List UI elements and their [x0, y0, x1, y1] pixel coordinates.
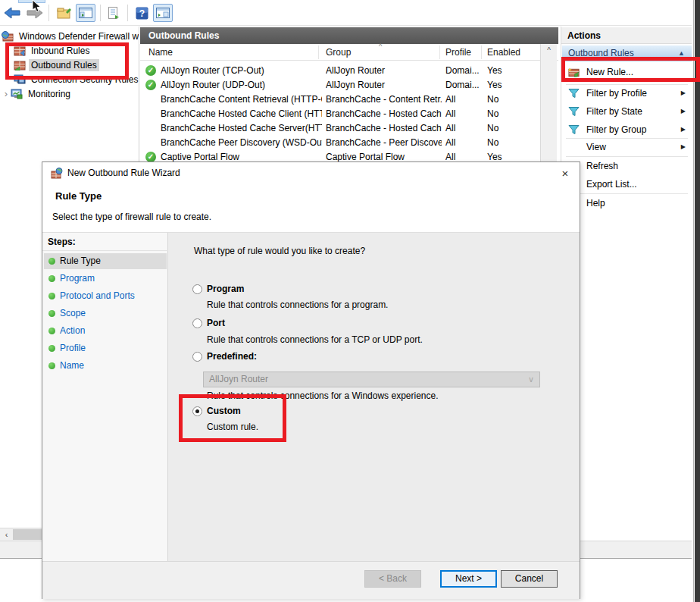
rule-name: AllJoyn Router (TCP-Out)	[161, 65, 322, 76]
action-label: Help	[586, 195, 605, 212]
step-protocol-and-ports[interactable]: Protocol and Ports	[44, 288, 167, 304]
submenu-arrow-icon: ▶	[681, 121, 686, 138]
rule-enabled: No	[487, 94, 533, 105]
radio-port[interactable]	[192, 318, 202, 328]
cancel-button[interactable]: Cancel	[501, 570, 558, 588]
option-custom-label: Custom	[207, 406, 241, 416]
action-filter-by-profile[interactable]: Filter by Profile ▶	[562, 85, 692, 102]
step-label: Action	[60, 323, 85, 339]
column-header-name[interactable]: Name	[148, 47, 173, 58]
step-rule-type[interactable]: Rule Type	[44, 253, 167, 269]
rule-enabled: Yes	[487, 152, 533, 162]
mouse-cursor	[30, 0, 42, 14]
rule-row[interactable]: ✓ AllJoyn Router (TCP-Out) AllJoyn Route…	[140, 63, 540, 77]
show-action-pane-button[interactable]	[153, 4, 173, 22]
action-label: Filter by Group	[586, 121, 646, 138]
step-bullet-icon	[48, 328, 55, 334]
step-program[interactable]: Program	[44, 271, 167, 287]
dialog-header: Rule Type Select the type of firewall ru…	[42, 184, 580, 233]
option-custom-desc: Custom rule.	[207, 422, 258, 432]
tree-item-label: Windows Defender Firewall witl	[17, 30, 139, 42]
next-button[interactable]: Next >	[440, 570, 497, 588]
radio-predefined[interactable]	[192, 352, 202, 362]
step-label: Profile	[60, 340, 86, 356]
column-separator[interactable]	[481, 45, 482, 59]
action-label: New Rule...	[586, 64, 633, 80]
rule-row[interactable]: ✓ AllJoyn Router (UDP-Out) AllJoyn Route…	[140, 77, 540, 92]
window-right-edge	[692, 0, 694, 602]
show-console-tree-button[interactable]	[76, 4, 95, 22]
step-bullet-icon	[48, 258, 55, 265]
column-header-profile[interactable]: Profile	[445, 47, 471, 58]
rule-name: Captive Portal Flow	[161, 152, 322, 162]
step-label: Program	[60, 271, 95, 287]
column-header-group[interactable]: Group	[326, 47, 351, 58]
rule-row[interactable]: BranchCache Peer Discovery (WSD-Out) Bra…	[140, 135, 540, 149]
column-header-row: Name Group ^ Profile Enabled	[140, 44, 558, 61]
action-filter-by-group[interactable]: Filter by Group ▶	[562, 121, 692, 138]
actions-group-header[interactable]: Outbound Rules ▲	[562, 45, 692, 61]
back-button[interactable]: < Back	[364, 570, 421, 588]
close-icon[interactable]: ×	[557, 165, 573, 182]
rule-row[interactable]: BranchCache Hosted Cache Client (HTT... …	[140, 106, 540, 121]
tree-item-label: Outbound Rules	[29, 59, 99, 71]
inbound-rules-icon	[14, 45, 26, 56]
rule-name: BranchCache Hosted Cache Server(HTTP...	[161, 123, 322, 133]
step-bullet-icon	[48, 345, 55, 352]
action-pane-icon	[156, 8, 170, 18]
rule-enabled: No	[487, 137, 533, 148]
outbound-rules-icon	[14, 60, 26, 71]
rule-row[interactable]: BranchCache Hosted Cache Server(HTTP... …	[140, 121, 540, 135]
rule-name: BranchCache Content Retrieval (HTTP-O...	[161, 94, 322, 105]
tree-item-monitoring[interactable]: › Monitoring	[2, 86, 73, 101]
tree-item-connection-security-rules[interactable]: Connection Security Rules	[14, 72, 139, 86]
tree-item-outbound-rules[interactable]: Outbound Rules	[14, 58, 99, 72]
tree-item-label: Monitoring	[26, 88, 73, 100]
column-separator[interactable]	[318, 45, 319, 59]
column-header-enabled[interactable]: Enabled	[487, 47, 520, 58]
wizard-page-heading: Rule Type	[55, 190, 102, 202]
svg-text:?: ?	[139, 8, 144, 19]
collapse-icon[interactable]: ▲	[678, 45, 685, 61]
tree-item-inbound-rules[interactable]: Inbound Rules	[14, 43, 92, 58]
screen: ? Windows Defender Firewall witl Inbound…	[0, 0, 700, 602]
rule-row[interactable]: BranchCache Content Retrieval (HTTP-O...…	[140, 92, 540, 106]
option-program-desc: Rule that controls connections for a pro…	[207, 299, 388, 310]
action-filter-by-state[interactable]: Filter by State ▶	[562, 103, 692, 120]
scroll-left-icon[interactable]: ‹	[0, 528, 13, 541]
wizard-content: What type of rule would you like to crea…	[169, 233, 581, 561]
dialog-title-bar[interactable]: New Outbound Rule Wizard ×	[42, 162, 580, 184]
up-level-button[interactable]	[55, 4, 74, 22]
actions-separator	[566, 156, 688, 157]
step-profile[interactable]: Profile	[44, 340, 167, 356]
action-export-list[interactable]: Export List...	[562, 176, 692, 193]
rule-group: BranchCache - Content Retr...	[326, 94, 442, 105]
tree-item-firewall-root[interactable]: Windows Defender Firewall witl	[2, 29, 139, 43]
action-view[interactable]: View ▶	[562, 139, 692, 155]
rule-enabled: No	[487, 123, 533, 133]
help-button[interactable]: ?	[132, 4, 152, 22]
funnel-icon	[568, 124, 580, 135]
rule-enabled: Yes	[487, 80, 533, 90]
rule-enabled: No	[487, 108, 533, 119]
action-help[interactable]: Help	[562, 195, 692, 212]
step-name[interactable]: Name	[44, 358, 167, 374]
tree-item-label: Inbound Rules	[29, 45, 92, 57]
option-predefined-label: Predefined:	[207, 351, 257, 362]
back-button[interactable]	[3, 4, 23, 22]
step-action[interactable]: Action	[44, 323, 167, 339]
action-new-rule[interactable]: New Rule...	[562, 64, 692, 80]
step-scope[interactable]: Scope	[44, 306, 167, 321]
chevron-down-icon: ∨	[528, 372, 534, 387]
column-separator[interactable]	[439, 45, 440, 59]
scroll-up-icon[interactable]: ^	[541, 44, 557, 57]
actions-group-label: Outbound Rules	[568, 48, 634, 58]
step-label: Scope	[60, 306, 86, 321]
tree-expander-icon[interactable]: ›	[2, 88, 11, 99]
action-refresh[interactable]: Refresh	[562, 158, 692, 174]
export-list-button[interactable]	[105, 4, 124, 22]
radio-custom[interactable]	[192, 406, 202, 416]
radio-program[interactable]	[192, 284, 202, 294]
predefined-rules-dropdown[interactable]: AllJoyn Router ∨	[203, 372, 540, 387]
dialog-title: New Outbound Rule Wizard	[67, 168, 180, 178]
